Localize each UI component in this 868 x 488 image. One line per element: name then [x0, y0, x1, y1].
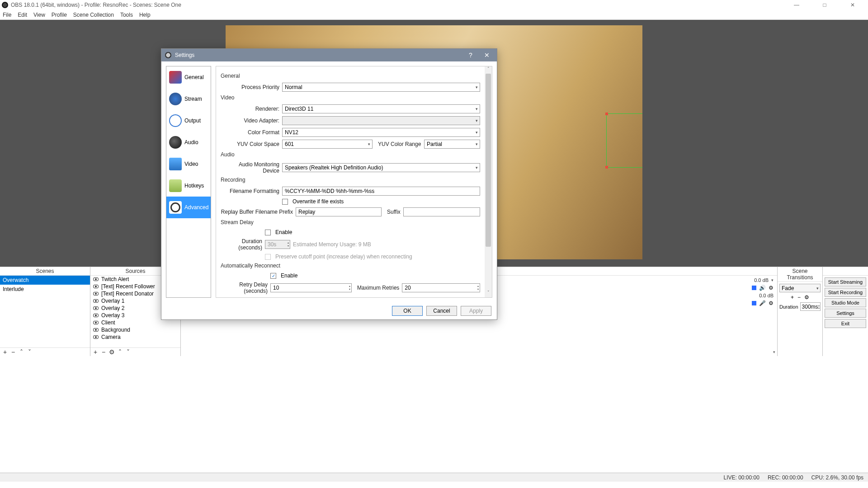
start-recording-button[interactable]: Start Recording — [825, 288, 866, 297]
color-format-combo[interactable]: NV12 — [282, 128, 480, 137]
yuv-range-combo[interactable]: Partial — [424, 140, 480, 149]
mic-mute-icon[interactable]: 🎤 — [759, 300, 766, 306]
transitions-header: Scene Transitions — [778, 267, 822, 282]
add-source-button[interactable]: + — [92, 349, 99, 355]
eye-icon[interactable] — [93, 291, 99, 296]
controls-panel: Start Streaming Start Recording Studio M… — [823, 267, 868, 356]
category-general[interactable]: General — [166, 66, 211, 88]
section-reconnect: Automatically Reconnect — [221, 263, 480, 269]
status-rec: REC: 00:00:00 — [768, 474, 803, 481]
duration-spinner[interactable]: 300ms — [800, 302, 821, 311]
category-video[interactable]: Video — [166, 153, 211, 175]
category-advanced[interactable]: Advanced — [166, 197, 211, 218]
audio-mon-label: Audio Monitoring Device — [221, 161, 279, 174]
retry-delay-label: Retry Delay (seconds) — [221, 282, 268, 294]
eye-icon[interactable] — [93, 320, 99, 325]
category-output[interactable]: Output — [166, 110, 211, 131]
source-row[interactable]: Camera — [90, 333, 180, 341]
menu-scene-collection[interactable]: Scene Collection — [73, 12, 114, 18]
source-selection-box[interactable] — [606, 113, 642, 168]
mixer-scrollbar[interactable]: ▾ — [771, 276, 777, 356]
preserve-cutoff-checkbox — [265, 254, 271, 260]
process-priority-combo[interactable]: Normal — [282, 83, 480, 92]
minimize-button[interactable]: ― — [788, 2, 806, 8]
filename-fmt-input[interactable] — [282, 187, 480, 196]
menu-edit[interactable]: Edit — [18, 12, 27, 18]
eye-icon[interactable] — [93, 313, 99, 318]
menu-view[interactable]: View — [33, 12, 45, 18]
scenes-list[interactable]: Overwatch Interlude — [0, 276, 90, 347]
dialog-help-button[interactable]: ? — [464, 52, 477, 59]
mixer-db: 0.0 dB — [754, 277, 769, 283]
menu-profile[interactable]: Profile — [52, 12, 67, 18]
close-button[interactable]: ✕ — [844, 2, 862, 8]
scene-down-button[interactable]: ˅ — [26, 349, 33, 355]
source-settings-button[interactable]: ⚙ — [108, 349, 115, 355]
source-up-button[interactable]: ˄ — [117, 349, 123, 355]
overwrite-checkbox[interactable] — [282, 199, 288, 205]
category-audio[interactable]: Audio — [166, 131, 211, 153]
eye-icon[interactable] — [93, 277, 99, 282]
start-streaming-button[interactable]: Start Streaming — [825, 277, 866, 286]
eye-icon[interactable] — [93, 327, 99, 333]
replay-prefix-input[interactable] — [296, 207, 382, 216]
section-delay: Stream Delay — [221, 219, 480, 225]
transition-select[interactable]: Fade — [779, 284, 821, 292]
settings-button[interactable]: Settings — [825, 309, 866, 318]
menu-help[interactable]: Help — [139, 12, 151, 18]
eye-icon[interactable] — [93, 334, 99, 340]
delay-enable-label: Enable — [275, 229, 292, 235]
settings-category-list[interactable]: General Stream Output Audio Video Hotkey… — [166, 66, 211, 298]
category-stream[interactable]: Stream — [166, 88, 211, 110]
remove-transition-button[interactable]: − — [797, 294, 801, 300]
category-hotkeys[interactable]: Hotkeys — [166, 175, 211, 197]
source-row[interactable]: Background — [90, 326, 180, 333]
max-retries-label: Maximum Retries — [357, 285, 399, 291]
section-audio: Audio — [221, 151, 480, 158]
menu-tools[interactable]: Tools — [120, 12, 133, 18]
section-network: Network — [221, 297, 480, 297]
scroll-down-icon[interactable]: ˅ — [485, 290, 492, 297]
advanced-icon — [169, 201, 182, 214]
add-scene-button[interactable]: + — [2, 349, 8, 355]
duration-label: Duration — [779, 304, 798, 310]
studio-mode-button[interactable]: Studio Mode — [825, 298, 866, 307]
settings-scrollbar[interactable]: ˄ ˅ — [485, 66, 492, 297]
source-down-button[interactable]: ˅ — [125, 349, 131, 355]
remove-source-button[interactable]: − — [100, 349, 107, 355]
scene-item[interactable]: Overwatch — [0, 276, 90, 285]
audio-mon-combo[interactable]: Speakers (Realtek High Definition Audio) — [282, 163, 480, 172]
menu-file[interactable]: File — [3, 12, 11, 18]
delay-dur-label: Duration (seconds) — [221, 238, 262, 251]
retry-delay-spinner[interactable]: 10 — [270, 283, 352, 292]
max-retries-spinner[interactable]: 20 — [402, 283, 480, 292]
scene-item[interactable]: Interlude — [0, 285, 90, 294]
scene-up-button[interactable]: ˄ — [18, 349, 24, 355]
apply-button[interactable]: Apply — [461, 306, 491, 316]
cancel-button[interactable]: Cancel — [426, 306, 457, 316]
dialog-close-button[interactable]: ✕ — [481, 52, 493, 59]
transition-settings-button[interactable]: ⚙ — [804, 294, 809, 300]
eye-icon[interactable] — [93, 305, 99, 311]
scenes-panel: Scenes Overwatch Interlude + − ˄ ˅ — [0, 267, 90, 356]
reconnect-enable-checkbox[interactable] — [270, 273, 276, 279]
scroll-thumb[interactable] — [486, 74, 491, 247]
suffix-input[interactable] — [403, 207, 480, 216]
ok-button[interactable]: OK — [392, 306, 423, 316]
eye-icon[interactable] — [93, 284, 99, 289]
renderer-combo[interactable]: Direct3D 11 — [282, 104, 480, 113]
remove-scene-button[interactable]: − — [10, 349, 16, 355]
delay-enable-checkbox[interactable] — [265, 230, 271, 235]
yuv-space-label: YUV Color Space — [221, 141, 279, 147]
scroll-up-icon[interactable]: ˄ — [485, 66, 492, 74]
maximize-button[interactable]: □ — [816, 2, 834, 8]
add-transition-button[interactable]: + — [791, 294, 794, 300]
yuv-space-combo[interactable]: 601 — [282, 140, 373, 149]
source-row[interactable]: Client — [90, 319, 180, 326]
eye-icon[interactable] — [93, 298, 99, 304]
suffix-label: Suffix — [387, 209, 401, 215]
exit-button[interactable]: Exit — [825, 319, 866, 328]
section-video: Video — [221, 94, 480, 101]
speaker-icon[interactable]: 🔊 — [759, 285, 766, 291]
dialog-titlebar[interactable]: Settings ? ✕ — [161, 49, 497, 61]
